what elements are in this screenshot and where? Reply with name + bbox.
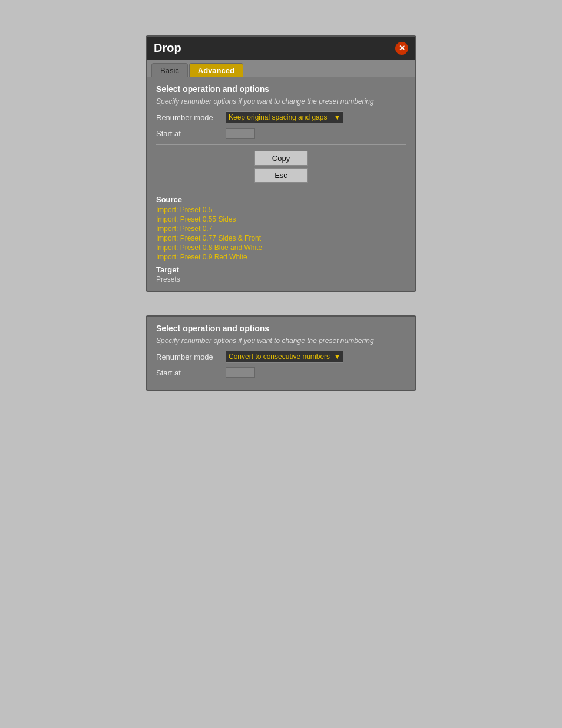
esc-button[interactable]: Esc (254, 168, 308, 183)
target-item-1[interactable]: Presets (156, 275, 406, 284)
close-button[interactable]: ✕ (395, 42, 408, 55)
source-item-4[interactable]: Import: Preset 0.77 Sides & Front (156, 233, 406, 243)
renumber-mode-dropdown-2[interactable]: Convert to consecutive numbers ▼ (226, 351, 343, 363)
copy-button[interactable]: Copy (254, 151, 308, 166)
renumber-mode-row: Renumber mode Keep original spacing and … (156, 111, 406, 123)
section-title: Select operation and options (156, 84, 406, 94)
close-icon: ✕ (399, 44, 405, 52)
dropdown-arrow-icon: ▼ (334, 114, 340, 121)
renumber-mode-label: Renumber mode (156, 113, 221, 122)
target-title: Target (156, 265, 406, 274)
source-item-3[interactable]: Import: Preset 0.7 (156, 224, 406, 233)
dialog-body: Select operation and options Specify ren… (147, 77, 415, 291)
start-at-input[interactable] (226, 128, 255, 139)
dropdown-arrow-icon-2: ▼ (334, 353, 340, 360)
source-item-1[interactable]: Import: Preset 0.5 (156, 205, 406, 215)
dialog-titlebar: Drop ✕ (147, 37, 415, 60)
renumber-mode-dropdown[interactable]: Keep original spacing and gaps ▼ (226, 111, 343, 123)
options-panel: Select operation and options Specify ren… (146, 315, 416, 391)
start-at-label: Start at (156, 129, 221, 138)
renumber-mode-row-2: Renumber mode Convert to consecutive num… (156, 351, 406, 363)
section-desc-2: Specify renumber options if you want to … (156, 337, 406, 345)
divider-2 (156, 189, 406, 189)
start-at-label-2: Start at (156, 368, 221, 377)
source-item-5[interactable]: Import: Preset 0.8 Blue and White (156, 243, 406, 252)
renumber-mode-label-2: Renumber mode (156, 353, 221, 361)
divider-1 (156, 144, 406, 145)
dialog-title: Drop (154, 41, 181, 55)
drop-dialog: Drop ✕ Basic Advanced Select operation a… (146, 35, 416, 292)
tab-advanced[interactable]: Advanced (189, 63, 243, 77)
source-title: Source (156, 195, 406, 204)
renumber-mode-value: Keep original spacing and gaps (229, 113, 327, 121)
renumber-mode-value-2: Convert to consecutive numbers (229, 353, 330, 361)
source-item-2[interactable]: Import: Preset 0.55 Sides (156, 215, 406, 224)
source-item-6[interactable]: Import: Preset 0.9 Red White (156, 252, 406, 262)
section-title-2: Select operation and options (156, 324, 406, 333)
tab-basic[interactable]: Basic (151, 63, 188, 77)
action-buttons: Copy Esc (156, 151, 406, 183)
start-at-row-2: Start at (156, 367, 406, 378)
start-at-input-2[interactable] (226, 367, 255, 378)
section-desc: Specify renumber options if you want to … (156, 97, 406, 106)
tab-bar: Basic Advanced (147, 60, 415, 77)
start-at-row: Start at (156, 128, 406, 139)
source-section: Source Import: Preset 0.5 Import: Preset… (156, 195, 406, 284)
